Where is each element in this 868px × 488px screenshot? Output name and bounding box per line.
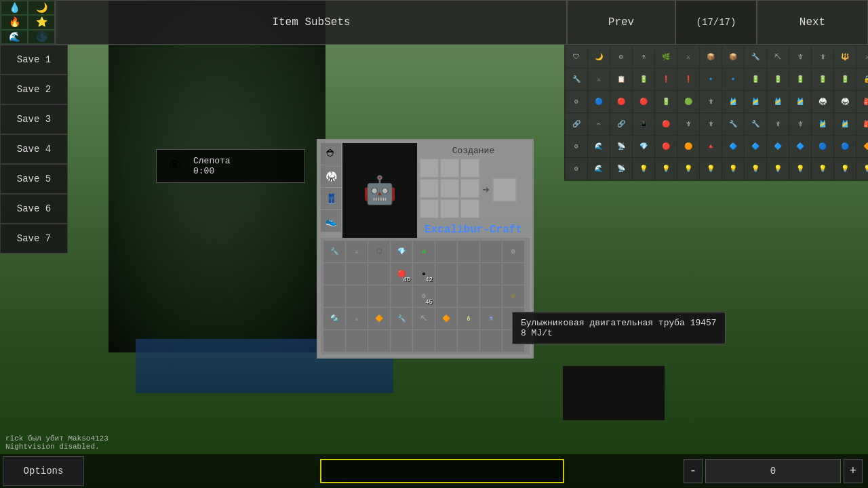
right-panel-item-4-3[interactable]: 💎 <box>633 136 654 157</box>
inv-slot-0-5[interactable] <box>435 241 457 262</box>
right-panel-item-2-7[interactable]: 🎽 <box>722 91 744 113</box>
right-panel-item-3-3[interactable]: 📱 <box>633 113 654 135</box>
weather-sun-btn[interactable]: 💧 <box>1 1 28 15</box>
inv-slot-1-3[interactable]: 🔴48 <box>391 263 412 285</box>
right-panel-item-3-12[interactable]: 🎽 <box>834 113 856 135</box>
right-panel-item-4-6[interactable]: 🔺 <box>700 136 722 157</box>
right-panel-item-0-13[interactable]: ⚔ <box>856 46 868 68</box>
inv-slot-3-4[interactable]: ⛏ <box>413 308 435 329</box>
right-panel-item-5-1[interactable]: 🌊 <box>588 158 610 180</box>
right-panel-item-2-0[interactable]: ⚙ <box>566 91 587 113</box>
craft-slot-2[interactable] <box>460 159 479 178</box>
inv-slot-4-5[interactable] <box>435 330 457 352</box>
inv-slot-3-7[interactable]: ⚗ <box>480 308 502 329</box>
right-panel-item-2-4[interactable]: 🔋 <box>655 91 677 113</box>
craft-slot-3[interactable] <box>420 179 439 198</box>
helmet-slot[interactable]: ⛑ <box>321 143 341 165</box>
inv-slot-2-7[interactable] <box>480 285 502 307</box>
right-panel-item-5-10[interactable]: 💡 <box>789 158 811 180</box>
right-panel-item-2-9[interactable]: 🎽 <box>767 91 789 113</box>
inv-slot-3-5[interactable]: 🔶 <box>435 308 457 329</box>
right-panel-item-0-0[interactable]: 🛡 <box>566 46 587 68</box>
weather-night-btn[interactable]: 🌑 <box>28 30 55 44</box>
right-panel-item-0-2[interactable]: ⚙ <box>610 46 632 68</box>
item-subsets-button[interactable]: Item SubSets <box>56 0 567 45</box>
right-panel-item-4-11[interactable]: 🔵 <box>812 136 833 157</box>
right-panel-item-5-3[interactable]: 💡 <box>633 158 654 180</box>
right-panel-item-3-6[interactable]: 🗡 <box>700 113 722 135</box>
inv-slot-0-8[interactable]: ⚙ <box>502 241 524 262</box>
craft-slot-8[interactable] <box>460 199 479 218</box>
inv-slot-2-4[interactable]: ⚙45 <box>413 285 435 307</box>
right-panel-item-1-6[interactable]: 🔹 <box>700 68 722 90</box>
right-panel-item-0-9[interactable]: ⛏ <box>767 46 789 68</box>
right-panel-item-3-7[interactable]: 🔧 <box>722 113 744 135</box>
inv-slot-4-0[interactable] <box>323 330 345 352</box>
inv-slot-1-4[interactable]: ●42 <box>413 263 435 285</box>
right-panel-item-5-6[interactable]: 💡 <box>700 158 722 180</box>
right-panel-item-4-12[interactable]: 🔵 <box>834 136 856 157</box>
save-button-5[interactable]: Save 5 <box>0 164 68 194</box>
right-panel-item-2-1[interactable]: 🔵 <box>588 91 610 113</box>
craft-slot-5[interactable] <box>460 179 479 198</box>
right-panel-item-5-0[interactable]: ⚙ <box>566 158 587 180</box>
right-panel-item-4-1[interactable]: 🌊 <box>588 136 610 157</box>
right-panel-item-4-0[interactable]: ⚙ <box>566 136 587 157</box>
right-panel-item-1-12[interactable]: 🔋 <box>834 68 856 90</box>
inv-slot-0-1[interactable]: ⚔ <box>346 241 368 262</box>
right-panel-item-1-7[interactable]: 🔹 <box>722 68 744 90</box>
inv-slot-3-6[interactable]: 🕯 <box>458 308 479 329</box>
inv-slot-1-2[interactable] <box>368 263 390 285</box>
inv-slot-2-3[interactable] <box>391 285 412 307</box>
inv-slot-3-0[interactable]: 🔩 <box>323 308 345 329</box>
right-panel-item-1-13[interactable]: 🔒 <box>856 68 868 90</box>
minus-button[interactable]: - <box>684 459 703 483</box>
right-panel-item-5-11[interactable]: 💡 <box>812 158 833 180</box>
right-panel-item-2-11[interactable]: 🥋 <box>812 91 833 113</box>
inv-slot-0-3[interactable]: 💎 <box>391 241 412 262</box>
inv-slot-2-6[interactable] <box>458 285 479 307</box>
inv-slot-1-0[interactable] <box>323 263 345 285</box>
inv-slot-0-2[interactable]: ⬡ <box>368 241 390 262</box>
inv-slot-4-4[interactable] <box>413 330 435 352</box>
inv-slot-4-1[interactable] <box>346 330 368 352</box>
right-panel-item-0-5[interactable]: ⚔ <box>677 46 699 68</box>
save-button-6[interactable]: Save 6 <box>0 194 68 224</box>
right-panel-item-0-6[interactable]: 📦 <box>700 46 722 68</box>
right-panel-item-0-10[interactable]: 🗡 <box>789 46 811 68</box>
right-panel-item-3-2[interactable]: 🔗 <box>610 113 632 135</box>
inv-slot-1-1[interactable] <box>346 263 368 285</box>
right-panel-item-4-8[interactable]: 🔷 <box>745 136 766 157</box>
craft-result-slot[interactable] <box>492 178 517 202</box>
save-button-2[interactable]: Save 2 <box>0 75 68 104</box>
right-panel-item-0-4[interactable]: 🌿 <box>655 46 677 68</box>
right-panel-item-1-11[interactable]: 🔋 <box>812 68 833 90</box>
inv-slot-3-1[interactable]: ⚔ <box>346 308 368 329</box>
inv-slot-1-5[interactable] <box>435 263 457 285</box>
craft-slot-1[interactable] <box>440 159 459 178</box>
weather-wave-btn[interactable]: 🌊 <box>1 30 28 44</box>
right-panel-item-2-3[interactable]: 🔴 <box>633 91 654 113</box>
inv-slot-0-6[interactable] <box>458 241 479 262</box>
right-panel-item-1-5[interactable]: ❗ <box>677 68 699 90</box>
right-panel-item-3-10[interactable]: 🗡 <box>789 113 811 135</box>
next-button[interactable]: Next <box>757 0 868 45</box>
inv-slot-2-8[interactable]: ⚙ <box>502 285 524 307</box>
inv-slot-4-2[interactable] <box>368 330 390 352</box>
right-panel-item-3-4[interactable]: 🔴 <box>655 113 677 135</box>
chat-input[interactable] <box>320 459 564 483</box>
inv-slot-0-0[interactable]: 🔧 <box>323 241 345 262</box>
right-panel-item-3-1[interactable]: ✂ <box>588 113 610 135</box>
options-button[interactable]: Options <box>3 456 84 486</box>
right-panel-item-1-0[interactable]: 🔧 <box>566 68 587 90</box>
right-panel-item-3-8[interactable]: 🔧 <box>745 113 766 135</box>
inv-slot-2-2[interactable] <box>368 285 390 307</box>
right-panel-item-0-7[interactable]: 📦 <box>722 46 744 68</box>
save-button-4[interactable]: Save 4 <box>0 134 68 164</box>
inv-slot-0-7[interactable] <box>480 241 502 262</box>
right-panel-item-0-11[interactable]: 🗡 <box>812 46 833 68</box>
leggings-slot[interactable]: 👖 <box>321 188 341 209</box>
craft-slot-0[interactable] <box>420 159 439 178</box>
right-panel-item-2-2[interactable]: 🔴 <box>610 91 632 113</box>
right-panel-item-1-10[interactable]: 🔋 <box>789 68 811 90</box>
